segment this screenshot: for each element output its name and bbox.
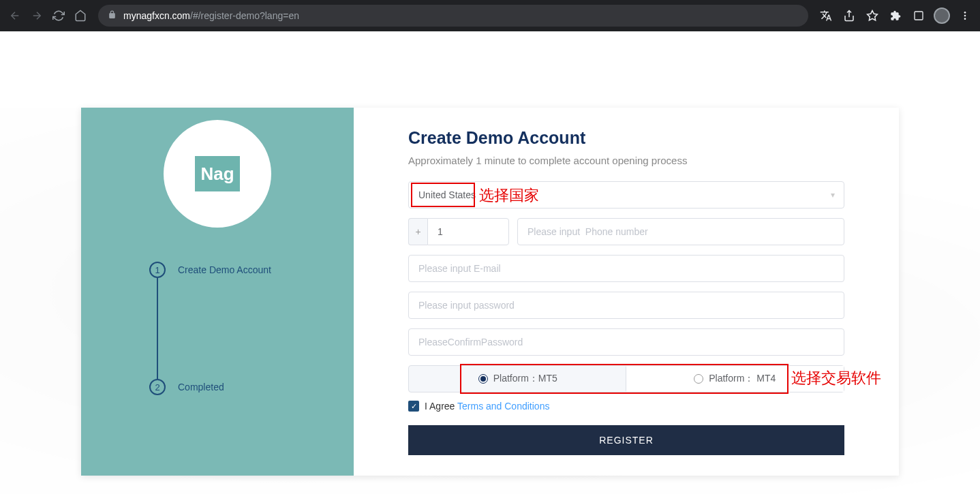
step-label: Create Demo Account xyxy=(178,264,271,275)
platform-label: Platform： MT4 xyxy=(709,373,776,385)
svg-point-2 xyxy=(964,12,966,14)
terms-link[interactable]: Terms and Conditions xyxy=(457,401,549,412)
phone-country-code[interactable] xyxy=(427,218,509,245)
forward-button[interactable] xyxy=(27,6,46,25)
share-icon[interactable] xyxy=(840,6,859,25)
translate-icon[interactable] xyxy=(816,6,836,25)
step-1: 1 Create Demo Account xyxy=(149,262,271,278)
svg-rect-1 xyxy=(915,12,923,20)
confirm-password-input[interactable] xyxy=(408,328,844,356)
form-panel: Create Demo Account Approximately 1 minu… xyxy=(354,108,899,476)
page-title: Create Demo Account xyxy=(408,128,844,148)
agree-checkbox[interactable]: ✓ xyxy=(408,401,419,412)
sidebar: Nag 1 Create Demo Account 2 Completed xyxy=(81,108,354,476)
browser-toolbar: mynagfxcn.com/#/register-demo?lang=en xyxy=(0,0,980,31)
logo: Nag xyxy=(164,120,271,228)
svg-point-3 xyxy=(964,15,966,17)
phone-prefix-plus: + xyxy=(408,218,427,245)
step-connector xyxy=(157,278,158,379)
register-button[interactable]: REGISTER xyxy=(408,425,844,455)
step-2: 2 Completed xyxy=(149,379,271,395)
svg-marker-0 xyxy=(868,11,878,20)
address-bar[interactable]: mynagfxcn.com/#/register-demo?lang=en xyxy=(98,5,808,27)
step-label: Completed xyxy=(178,382,224,392)
page-subtitle: Approximately 1 minute to complete accou… xyxy=(408,155,844,166)
tab-icon[interactable] xyxy=(909,6,928,25)
radio-icon xyxy=(694,374,703,384)
platform-label: Platform：MT5 xyxy=(493,373,557,385)
extensions-icon[interactable] xyxy=(886,6,905,25)
phone-input[interactable] xyxy=(517,218,844,245)
radio-icon xyxy=(478,374,488,384)
svg-point-4 xyxy=(964,18,966,20)
url-text: mynagfxcn.com/#/register-demo?lang=en xyxy=(123,10,299,21)
step-number: 2 xyxy=(149,379,166,395)
reload-button[interactable] xyxy=(49,6,68,25)
country-select[interactable] xyxy=(408,181,844,209)
menu-icon[interactable] xyxy=(955,6,975,25)
agree-text: I Agree xyxy=(425,401,457,412)
password-input[interactable] xyxy=(408,292,844,319)
home-button[interactable] xyxy=(71,6,90,25)
step-number: 1 xyxy=(149,262,166,278)
lock-icon xyxy=(108,10,117,21)
platform-mt5-radio[interactable]: Platform：MT5 xyxy=(409,366,626,392)
bookmark-star-icon[interactable] xyxy=(863,6,882,25)
platform-mt4-radio[interactable]: Platform： MT4 xyxy=(626,366,844,392)
logo-text: Nag xyxy=(195,156,240,191)
email-input[interactable] xyxy=(408,255,844,282)
back-button[interactable] xyxy=(5,6,25,25)
profile-avatar[interactable] xyxy=(932,6,951,25)
